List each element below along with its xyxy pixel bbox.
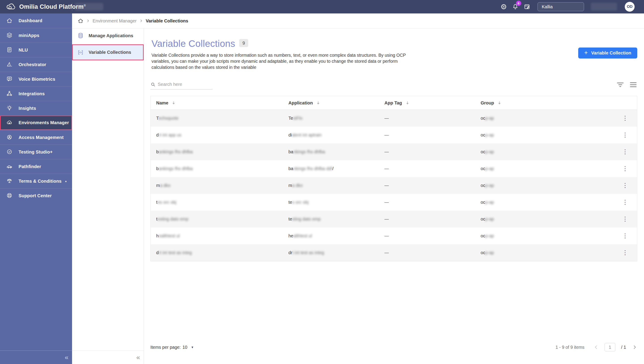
cell-name: tes orc obj <box>150 200 288 205</box>
add-variable-collection-label: Variable Collection <box>591 50 631 56</box>
row-menu-button[interactable]: ⋮ <box>620 165 630 172</box>
previous-page-button[interactable] <box>594 344 599 350</box>
sidebar-item-access-management[interactable]: Access Management <box>0 130 72 144</box>
filter-icon[interactable] <box>616 81 624 88</box>
cell-name: drt int test as integ <box>150 250 288 255</box>
cloud-icon <box>6 119 13 126</box>
sidebar-item-support-center[interactable]: Support Center <box>0 188 72 203</box>
sidebar-item-terms-conditions[interactable]: Terms & Conditions ▲ <box>0 174 72 188</box>
voice-icon <box>6 76 13 82</box>
table-row[interactable]: testing dato emp testing dato emp — ocp-… <box>150 211 637 228</box>
cell-group: ocp-ap <box>481 250 595 255</box>
sidebar-item-environments-manager[interactable]: Environments Manager <box>0 115 72 130</box>
column-header[interactable]: Group <box>481 100 595 106</box>
topbar-divider <box>72 3 72 11</box>
cell-application: testing dato emp <box>288 217 384 222</box>
bulb-icon <box>6 105 13 112</box>
table-row[interactable]: Techsquote TestFlo — ocp-ap ⋮ <box>150 110 637 127</box>
cell-group: ocp-ap <box>481 233 595 239</box>
next-page-button[interactable] <box>632 344 637 350</box>
breadcrumb-parent-link[interactable]: Environment Manager <box>93 18 137 24</box>
sidebar-item-orchestrator[interactable]: Orchestrator <box>0 57 72 72</box>
cell-name: bankings fhs dhfba <box>150 166 288 171</box>
table-row[interactable]: healthtest ul healthtest ul — ocp-ap ⋮ <box>150 228 637 244</box>
sidebar-item-dashboard[interactable]: Dashboard <box>0 14 72 28</box>
row-menu-button[interactable]: ⋮ <box>620 148 630 156</box>
sidebar-item-miniapps[interactable]: miniApps <box>0 28 72 43</box>
sidebar-item-label: Orchestrator <box>18 62 46 67</box>
car-icon <box>6 163 13 170</box>
sidebar-item-testing-studio[interactable]: Testing Studio+ <box>0 144 72 159</box>
cell-group: ocp-ap <box>481 217 595 222</box>
user-avatar[interactable]: OD <box>625 2 634 12</box>
subnav-item-manage-applications[interactable]: Manage Applications <box>72 29 144 43</box>
collapse-up-icon[interactable]: ▲ <box>65 180 67 183</box>
table-row[interactable]: drt int app us dialent int aptrain — ocp… <box>150 127 637 143</box>
breadcrumb-separator: › <box>87 18 89 23</box>
table-row[interactable]: bankings fhs dhfba bankings fhs dhfba — … <box>150 143 637 160</box>
plus-icon: + <box>584 50 588 56</box>
cell-actions: ⋮ <box>595 148 637 156</box>
environment-selector[interactable]: Kallia <box>538 2 584 11</box>
row-menu-button[interactable]: ⋮ <box>620 215 630 223</box>
cell-actions: ⋮ <box>595 114 637 122</box>
home-icon[interactable] <box>78 18 84 24</box>
row-menu-button[interactable]: ⋮ <box>620 232 630 240</box>
column-header[interactable]: Application <box>288 100 384 106</box>
cell-group: ocp-ap <box>481 200 595 205</box>
sort-arrow-icon <box>497 101 502 105</box>
table-row[interactable]: drt int test as integ drt int test as in… <box>150 244 637 261</box>
gear-user-icon <box>6 134 13 141</box>
cell-group: ocp-ap <box>481 116 595 121</box>
table-row[interactable]: ma dko ma dko — ocp-ap ⋮ <box>150 177 637 194</box>
subnav-item-variable-collections[interactable]: Variable Collections <box>72 44 144 60</box>
sidebar-item-nlu[interactable]: NLU <box>0 43 72 57</box>
add-variable-collection-button[interactable]: + Variable Collection <box>578 48 637 59</box>
sidebar-item-label: miniApps <box>18 33 40 38</box>
cell-name: healthtest ul <box>150 233 288 239</box>
cell-app-tag: — <box>384 116 481 121</box>
cell-application: bankings fhs dhfba ddf/ <box>288 166 384 171</box>
subnav-collapse-button[interactable]: « <box>136 353 140 361</box>
sidebar-item-label: Environments Manager <box>18 120 69 125</box>
sidebar-item-insights[interactable]: Insights <box>0 101 72 115</box>
list-view-icon[interactable] <box>630 81 637 88</box>
lifebuoy-icon <box>6 192 13 199</box>
database-icon <box>78 33 84 39</box>
row-menu-button[interactable]: ⋮ <box>620 131 630 139</box>
help-icon[interactable] <box>500 3 507 10</box>
row-menu-button[interactable]: ⋮ <box>620 181 630 190</box>
sidebar-item-integrations[interactable]: Integrations <box>0 86 72 101</box>
row-menu-button[interactable]: ⋮ <box>620 198 630 206</box>
sidebar-item-pathfinder[interactable]: Pathfinder <box>0 159 72 174</box>
cell-actions: ⋮ <box>595 165 637 172</box>
row-menu-button[interactable]: ⋮ <box>620 114 630 122</box>
sidebar-item-label: Integrations <box>18 91 45 96</box>
column-header[interactable]: Name <box>150 100 288 106</box>
sort-arrow-icon <box>316 101 320 105</box>
cell-actions: ⋮ <box>595 249 637 257</box>
cell-app-tag: — <box>384 200 481 205</box>
scales-icon <box>6 178 13 185</box>
subnav-panel: Manage Applications Variable Collections… <box>72 29 144 364</box>
table-row[interactable]: bankings fhs dhfba bankings fhs dhfba dd… <box>150 160 637 177</box>
sidebar-item-voice-biometrics[interactable]: Voice Biometrics <box>0 72 72 86</box>
table-row[interactable]: tes orc obj tes orc obj — ocp-ap ⋮ <box>150 194 637 211</box>
row-menu-button[interactable]: ⋮ <box>620 249 630 257</box>
search-field <box>150 80 212 89</box>
release-notes-icon[interactable] <box>524 3 530 10</box>
cell-actions: ⋮ <box>595 215 637 223</box>
column-header-label: App Tag <box>384 100 402 106</box>
items-per-page-control[interactable]: Items per page: 10 ▼ <box>150 345 194 350</box>
brand-logo[interactable]: Omilia Cloud Platform® <box>6 0 86 14</box>
cell-application: bankings fhs dhfba <box>288 149 384 154</box>
sidebar-item-label: Access Management <box>18 135 64 140</box>
cell-group: ocp-ap <box>481 149 595 154</box>
search-input[interactable] <box>158 82 217 87</box>
column-header[interactable]: App Tag <box>384 100 481 106</box>
cell-actions: ⋮ <box>595 198 637 206</box>
sidebar-collapse-button[interactable]: « <box>65 353 68 361</box>
current-page-input[interactable]: 1 <box>604 343 615 351</box>
cell-actions: ⋮ <box>595 131 637 139</box>
cell-app-tag: — <box>384 183 481 188</box>
